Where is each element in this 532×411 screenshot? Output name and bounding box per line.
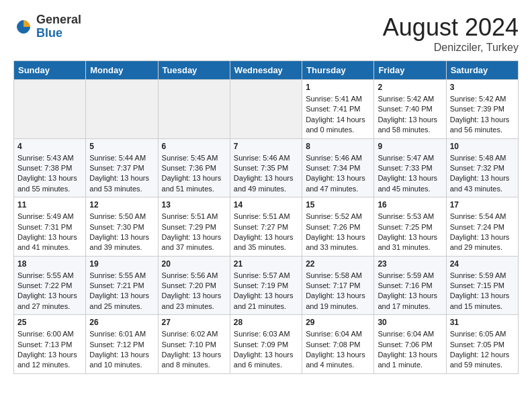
- calendar-cell: [158, 80, 230, 139]
- day-number: 19: [89, 259, 154, 269]
- day-number: 1: [306, 83, 370, 92]
- cell-content: Sunrise: 5:59 AM Sunset: 7:15 PM Dayligh…: [450, 271, 515, 312]
- cell-content: Sunrise: 6:00 AM Sunset: 7:13 PM Dayligh…: [17, 329, 82, 371]
- calendar-cell: 28Sunrise: 6:03 AM Sunset: 7:09 PM Dayli…: [230, 315, 302, 374]
- location-subtitle: Denizciler, Turkey: [383, 42, 519, 54]
- calendar-cell: 18Sunrise: 5:55 AM Sunset: 7:22 PM Dayli…: [14, 256, 86, 315]
- day-number: 15: [306, 200, 370, 210]
- day-number: 26: [89, 318, 154, 327]
- logo-icon: [13, 17, 34, 37]
- cell-content: Sunrise: 5:53 AM Sunset: 7:25 PM Dayligh…: [378, 212, 442, 253]
- day-number: 8: [306, 142, 370, 151]
- logo-blue: Blue: [36, 27, 81, 40]
- calendar-cell: 11Sunrise: 5:49 AM Sunset: 7:31 PM Dayli…: [14, 197, 86, 257]
- day-number: 11: [17, 200, 82, 210]
- day-number: 27: [162, 318, 226, 327]
- calendar-cell: 17Sunrise: 5:54 AM Sunset: 7:24 PM Dayli…: [446, 197, 518, 257]
- cell-content: Sunrise: 5:44 AM Sunset: 7:37 PM Dayligh…: [89, 153, 154, 195]
- day-number: 18: [17, 259, 82, 269]
- calendar-table: Sunday Monday Tuesday Wednesday Thursday…: [13, 60, 519, 374]
- header-row: Sunday Monday Tuesday Wednesday Thursday…: [14, 61, 519, 80]
- calendar-body: 1Sunrise: 5:41 AM Sunset: 7:41 PM Daylig…: [14, 80, 519, 374]
- header-tuesday: Tuesday: [158, 61, 230, 80]
- calendar-cell: 20Sunrise: 5:56 AM Sunset: 7:20 PM Dayli…: [158, 256, 230, 315]
- calendar-cell: [14, 80, 86, 139]
- day-number: 16: [378, 200, 442, 210]
- day-number: 5: [89, 142, 154, 151]
- cell-content: Sunrise: 5:47 AM Sunset: 7:33 PM Dayligh…: [378, 153, 442, 195]
- calendar-week-1: 1Sunrise: 5:41 AM Sunset: 7:41 PM Daylig…: [14, 80, 519, 139]
- cell-content: Sunrise: 5:50 AM Sunset: 7:30 PM Dayligh…: [89, 212, 154, 253]
- calendar-cell: 10Sunrise: 5:48 AM Sunset: 7:32 PM Dayli…: [446, 138, 518, 197]
- calendar-cell: 24Sunrise: 5:59 AM Sunset: 7:15 PM Dayli…: [446, 256, 518, 315]
- cell-content: Sunrise: 5:46 AM Sunset: 7:34 PM Dayligh…: [306, 153, 370, 195]
- calendar-header: Sunday Monday Tuesday Wednesday Thursday…: [14, 61, 519, 80]
- calendar-cell: 14Sunrise: 5:51 AM Sunset: 7:27 PM Dayli…: [230, 197, 302, 257]
- title-block: August 2024 Denizciler, Turkey: [383, 13, 519, 54]
- cell-content: Sunrise: 6:04 AM Sunset: 7:06 PM Dayligh…: [378, 329, 442, 371]
- calendar-cell: 26Sunrise: 6:01 AM Sunset: 7:12 PM Dayli…: [86, 315, 158, 374]
- day-number: 20: [162, 259, 226, 269]
- cell-content: Sunrise: 5:42 AM Sunset: 7:40 PM Dayligh…: [378, 94, 442, 136]
- day-number: 14: [234, 200, 298, 210]
- calendar-cell: 6Sunrise: 5:45 AM Sunset: 7:36 PM Daylig…: [158, 138, 230, 197]
- calendar-cell: 23Sunrise: 5:59 AM Sunset: 7:16 PM Dayli…: [374, 256, 446, 315]
- cell-content: Sunrise: 6:04 AM Sunset: 7:08 PM Dayligh…: [306, 329, 370, 371]
- day-number: 4: [17, 142, 82, 151]
- day-number: 12: [89, 200, 154, 210]
- cell-content: Sunrise: 5:51 AM Sunset: 7:27 PM Dayligh…: [234, 212, 298, 253]
- calendar-cell: 1Sunrise: 5:41 AM Sunset: 7:41 PM Daylig…: [302, 80, 374, 139]
- day-number: 28: [234, 318, 298, 327]
- day-number: 23: [378, 259, 442, 269]
- calendar-cell: 30Sunrise: 6:04 AM Sunset: 7:06 PM Dayli…: [374, 315, 446, 374]
- header-thursday: Thursday: [302, 61, 374, 80]
- logo: General Blue: [13, 13, 81, 40]
- cell-content: Sunrise: 5:45 AM Sunset: 7:36 PM Dayligh…: [162, 153, 226, 195]
- cell-content: Sunrise: 5:58 AM Sunset: 7:17 PM Dayligh…: [306, 271, 370, 312]
- month-year-title: August 2024: [383, 13, 519, 42]
- header-wednesday: Wednesday: [230, 61, 302, 80]
- day-number: 22: [306, 259, 370, 269]
- day-number: 3: [450, 83, 515, 92]
- cell-content: Sunrise: 5:56 AM Sunset: 7:20 PM Dayligh…: [162, 271, 226, 312]
- day-number: 13: [162, 200, 226, 210]
- cell-content: Sunrise: 6:05 AM Sunset: 7:05 PM Dayligh…: [450, 329, 515, 371]
- calendar-cell: 2Sunrise: 5:42 AM Sunset: 7:40 PM Daylig…: [374, 80, 446, 139]
- calendar-cell: 7Sunrise: 5:46 AM Sunset: 7:35 PM Daylig…: [230, 138, 302, 197]
- calendar-cell: 27Sunrise: 6:02 AM Sunset: 7:10 PM Dayli…: [158, 315, 230, 374]
- day-number: 25: [17, 318, 82, 327]
- cell-content: Sunrise: 5:46 AM Sunset: 7:35 PM Dayligh…: [234, 153, 298, 195]
- cell-content: Sunrise: 5:54 AM Sunset: 7:24 PM Dayligh…: [450, 212, 515, 253]
- header-monday: Monday: [86, 61, 158, 80]
- cell-content: Sunrise: 5:55 AM Sunset: 7:21 PM Dayligh…: [89, 271, 154, 312]
- cell-content: Sunrise: 5:57 AM Sunset: 7:19 PM Dayligh…: [234, 271, 298, 312]
- day-number: 2: [378, 83, 442, 92]
- calendar-cell: 8Sunrise: 5:46 AM Sunset: 7:34 PM Daylig…: [302, 138, 374, 197]
- day-number: 31: [450, 318, 515, 327]
- cell-content: Sunrise: 5:49 AM Sunset: 7:31 PM Dayligh…: [17, 212, 82, 253]
- calendar-cell: 21Sunrise: 5:57 AM Sunset: 7:19 PM Dayli…: [230, 256, 302, 315]
- calendar-week-2: 4Sunrise: 5:43 AM Sunset: 7:38 PM Daylig…: [14, 138, 519, 197]
- calendar-cell: 3Sunrise: 5:42 AM Sunset: 7:39 PM Daylig…: [446, 80, 518, 139]
- header-saturday: Saturday: [446, 61, 518, 80]
- calendar-week-5: 25Sunrise: 6:00 AM Sunset: 7:13 PM Dayli…: [14, 315, 519, 374]
- calendar-cell: 29Sunrise: 6:04 AM Sunset: 7:08 PM Dayli…: [302, 315, 374, 374]
- cell-content: Sunrise: 6:03 AM Sunset: 7:09 PM Dayligh…: [234, 329, 298, 371]
- calendar-week-4: 18Sunrise: 5:55 AM Sunset: 7:22 PM Dayli…: [14, 256, 519, 315]
- logo-text: General Blue: [36, 13, 81, 40]
- day-number: 29: [306, 318, 370, 327]
- cell-content: Sunrise: 6:01 AM Sunset: 7:12 PM Dayligh…: [89, 329, 154, 371]
- day-number: 30: [378, 318, 442, 327]
- calendar-cell: 9Sunrise: 5:47 AM Sunset: 7:33 PM Daylig…: [374, 138, 446, 197]
- header-sunday: Sunday: [14, 61, 86, 80]
- day-number: 17: [450, 200, 515, 210]
- cell-content: Sunrise: 5:48 AM Sunset: 7:32 PM Dayligh…: [450, 153, 515, 195]
- cell-content: Sunrise: 5:59 AM Sunset: 7:16 PM Dayligh…: [378, 271, 442, 312]
- cell-content: Sunrise: 5:41 AM Sunset: 7:41 PM Dayligh…: [306, 94, 370, 136]
- day-number: 24: [450, 259, 515, 269]
- page-header: General Blue August 2024 Denizciler, Tur…: [13, 13, 519, 54]
- calendar-week-3: 11Sunrise: 5:49 AM Sunset: 7:31 PM Dayli…: [14, 197, 519, 257]
- day-number: 9: [378, 142, 442, 151]
- calendar-cell: 31Sunrise: 6:05 AM Sunset: 7:05 PM Dayli…: [446, 315, 518, 374]
- header-friday: Friday: [374, 61, 446, 80]
